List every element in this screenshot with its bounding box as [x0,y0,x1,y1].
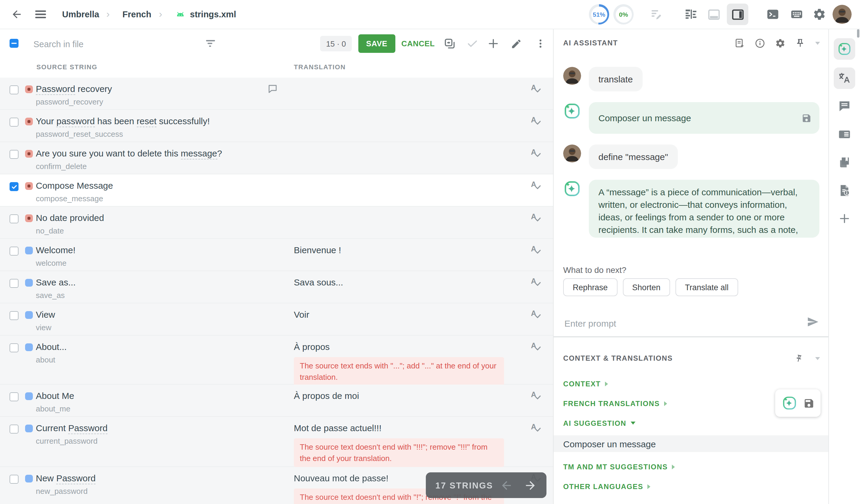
save-reply-icon[interactable] [801,113,812,123]
table-row[interactable]: Current Passwordcurrent_passwordMot de p… [0,417,553,467]
translate-all-button[interactable]: Translate all [675,278,738,296]
approved-progress-ring[interactable]: 0% [613,4,634,25]
section-tm-and-mt-suggestions[interactable]: TM AND MT SUGGESTIONS [554,457,828,476]
breadcrumb-language[interactable]: French [123,0,152,29]
table-row[interactable]: Your password has been reset successfull… [0,110,553,142]
table-row[interactable]: Are you sure you want to delete this mes… [0,142,553,174]
menu-icon[interactable] [32,0,49,29]
glossary-tab-icon[interactable] [834,152,855,173]
search-input[interactable] [32,35,190,54]
table-row[interactable]: Compose Messagecompose_messageA [0,174,553,207]
right-panel-view-icon[interactable] [727,3,748,25]
translation-cell[interactable]: À proposThe source text ends with "...";… [294,341,533,386]
spellcheck-icon[interactable]: A [530,115,541,126]
row-checkbox[interactable] [10,182,18,191]
section-other-languages[interactable]: OTHER LANGUAGES [554,476,828,496]
collapse-chevron-icon[interactable] [815,357,820,360]
comment-icon[interactable] [268,84,278,94]
send-icon[interactable] [807,316,819,328]
cancel-button[interactable]: CANCEL [398,39,438,49]
back-icon[interactable] [8,0,25,29]
spellcheck-icon[interactable]: A [530,147,541,158]
prompt-input[interactable] [563,314,792,333]
next-steps-label: What to do next? [563,265,627,275]
row-checkbox[interactable] [10,343,18,352]
glossary-term[interactable]: Password [56,473,96,484]
translate-tab-icon[interactable] [834,68,855,89]
row-checkbox[interactable] [10,279,18,288]
new-conversation-icon[interactable] [734,38,745,48]
collapse-chevron-icon[interactable] [815,42,820,44]
save-button[interactable]: SAVE [358,34,395,53]
row-checkbox[interactable] [10,118,18,127]
more-options-icon[interactable] [533,29,548,59]
user-avatar[interactable] [833,5,852,24]
shorten-button[interactable]: Shorten [622,278,670,296]
translation-cell[interactable]: Bienvenue ! [294,244,533,256]
console-icon[interactable] [764,0,781,29]
spellcheck-icon[interactable]: A [530,309,541,319]
table-row[interactable]: About Meabout_meÀ propos de moiA [0,385,553,417]
info-icon[interactable] [755,38,765,48]
assistant-settings-gear-icon[interactable] [775,38,785,48]
translation-cell[interactable]: Sava sous... [294,276,533,288]
row-checkbox[interactable] [10,150,18,159]
ai-suggestion-item[interactable]: Composer un message [554,435,828,452]
row-checkbox[interactable] [10,475,18,484]
settings-gear-icon[interactable] [811,0,828,29]
side-by-side-view-icon[interactable] [683,0,699,29]
glossary-term[interactable]: password [56,116,95,127]
approve-check-icon[interactable] [465,29,480,59]
spellcheck-icon[interactable]: A [530,422,541,433]
save-suggestion-icon[interactable] [803,398,814,409]
select-all-checkbox[interactable] [10,39,18,48]
file-info-tab-icon[interactable] [834,180,855,201]
pin-icon[interactable] [796,38,805,48]
prev-page-icon[interactable] [500,479,513,492]
unpin-icon[interactable] [793,353,804,364]
table-row[interactable]: Welcome!welcomeBienvenue !A [0,239,553,271]
filter-icon[interactable] [204,37,217,50]
translation-cell[interactable]: Mot de passe actuel!!!The source text do… [294,422,533,467]
table-row[interactable]: About...aboutÀ proposThe source text end… [0,336,553,385]
row-checkbox[interactable] [10,424,18,433]
table-row[interactable]: No date providedno_dateA [0,207,553,239]
row-checkbox[interactable] [10,214,18,223]
spellcheck-icon[interactable]: A [530,83,541,94]
comments-tab-icon[interactable] [834,96,855,117]
spellcheck-icon[interactable]: A [530,212,541,223]
spellcheck-icon[interactable]: A [530,276,541,287]
copy-source-icon[interactable] [442,29,457,59]
row-checkbox[interactable] [10,247,18,256]
glossary-term[interactable]: Password [36,84,75,95]
glossary-term[interactable]: message [181,148,217,159]
rephrase-button[interactable]: Rephrase [563,278,617,296]
row-checkbox[interactable] [10,85,18,94]
spellcheck-icon[interactable]: A [530,341,541,352]
spellcheck-icon[interactable]: A [530,390,541,401]
draft-edit-icon[interactable] [648,0,664,29]
context-card-tab-icon[interactable] [834,124,855,145]
add-string-icon[interactable] [486,29,501,59]
translated-progress-ring[interactable]: 51% [589,4,609,25]
ai-assistant-tab-icon[interactable] [834,38,855,60]
translation-cell[interactable]: À propos de moi [294,390,533,402]
next-page-icon[interactable] [524,479,537,492]
translation-cell[interactable]: Voir [294,309,533,321]
table-row[interactable]: ViewviewVoirA [0,303,553,336]
breadcrumb-project[interactable]: Umbrella [62,0,99,29]
ai-sparkle-icon[interactable] [782,395,797,411]
spellcheck-icon[interactable]: A [530,180,541,190]
keyboard-shortcuts-icon[interactable] [788,0,805,29]
scrollbar-thumb[interactable] [857,29,859,38]
glossary-term[interactable]: Password [68,423,108,434]
spellcheck-icon[interactable]: A [530,244,541,255]
bottom-panel-view-icon[interactable] [706,0,721,29]
edit-pencil-icon[interactable] [508,29,524,59]
row-checkbox[interactable] [10,392,18,401]
row-checkbox[interactable] [10,311,18,320]
table-row[interactable]: Password recoverypassword_recoveryA [0,78,553,110]
add-panel-icon[interactable] [834,208,855,229]
table-row[interactable]: Save as...save_asSava sous...A [0,271,553,303]
glossary-term[interactable]: reset [137,116,157,127]
